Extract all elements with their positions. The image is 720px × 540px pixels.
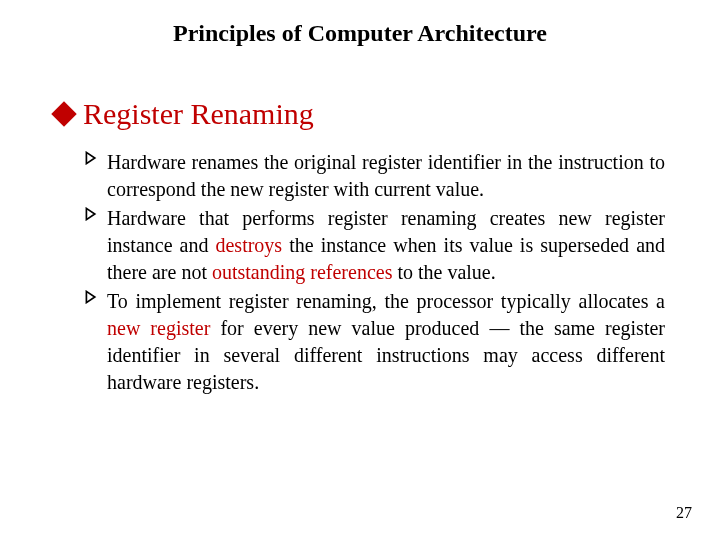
list-item-text: Hardware that performs register renaming… — [107, 205, 665, 286]
arrow-right-icon — [85, 151, 103, 165]
highlight-text: outstanding references — [212, 261, 392, 283]
slide: Principles of Computer Architecture Regi… — [0, 0, 720, 540]
list-item: To implement register renaming, the proc… — [85, 288, 665, 396]
bullet-list: Hardware renames the original register i… — [55, 149, 665, 396]
text-fragment: to the value. — [392, 261, 495, 283]
list-item-text: Hardware renames the original register i… — [107, 149, 665, 203]
section-heading: Register Renaming — [55, 97, 665, 131]
page-number: 27 — [676, 504, 692, 522]
diamond-bullet-icon — [51, 101, 76, 126]
highlight-text: destroys — [215, 234, 282, 256]
text-fragment: To implement register renaming, the proc… — [107, 290, 665, 312]
arrow-right-icon — [85, 290, 103, 304]
section-heading-text: Register Renaming — [83, 97, 314, 131]
list-item: Hardware that performs register renaming… — [85, 205, 665, 286]
list-item-text: To implement register renaming, the proc… — [107, 288, 665, 396]
list-item: Hardware renames the original register i… — [85, 149, 665, 203]
highlight-text: new register — [107, 317, 210, 339]
arrow-right-icon — [85, 207, 103, 221]
page-title: Principles of Computer Architecture — [55, 20, 665, 47]
